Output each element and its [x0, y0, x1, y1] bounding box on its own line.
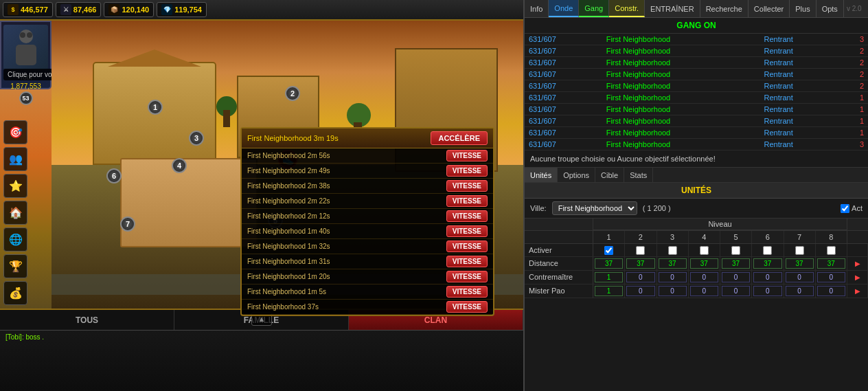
activer-cb-5[interactable] — [720, 244, 752, 256]
vitesse-button-9[interactable]: VITESSE — [446, 286, 488, 298]
gang-location: First Neighborhood — [602, 139, 760, 150]
units-subtab-options[interactable]: Options — [558, 168, 595, 182]
gang-id: 631/607 — [525, 104, 602, 115]
col-6: 6 — [752, 231, 784, 243]
nav-tab-collecter[interactable]: Collecter — [749, 0, 790, 17]
units-subtab-cible[interactable]: Cible — [595, 168, 624, 182]
nav-tab-gang[interactable]: Gang — [579, 0, 609, 17]
side-icon-7[interactable]: 💰 — [3, 281, 27, 305]
mp-6[interactable] — [752, 284, 784, 298]
dist-6[interactable] — [752, 257, 784, 270]
cm-1[interactable] — [593, 271, 625, 284]
col-8: 8 — [816, 231, 847, 243]
side-icon-3[interactable]: ⭐ — [3, 174, 27, 198]
mp-7[interactable] — [784, 284, 816, 298]
vitesse-button-5[interactable]: VITESSE — [446, 225, 488, 237]
chat-area: [Tobi]: boss . — [0, 331, 523, 391]
dist-1[interactable] — [593, 257, 625, 270]
nav-tab-onde[interactable]: Onde — [549, 0, 579, 17]
accelere-button[interactable]: ACCÉLÈRE — [431, 131, 488, 145]
gang-status: Rentrant — [760, 80, 841, 92]
units-subtab-unites[interactable]: Unités — [525, 168, 558, 182]
city-label: Ville: — [530, 204, 547, 212]
mp-5[interactable] — [720, 284, 752, 298]
mp-2[interactable] — [625, 284, 656, 298]
money-value: 446,577 — [21, 5, 48, 14]
movement-text-5: First Neighborhood 1m 40s — [247, 227, 446, 235]
side-icon-2[interactable]: 👥 — [3, 147, 27, 171]
mp-1[interactable] — [593, 284, 625, 298]
vitesse-button-1[interactable]: VITESSE — [446, 165, 488, 177]
cm-3[interactable] — [657, 271, 689, 284]
cm-6[interactable] — [752, 271, 784, 284]
activer-cb-7[interactable] — [784, 244, 816, 256]
nav-tab-opts[interactable]: Opts — [816, 0, 844, 17]
col-7: 7 — [784, 231, 816, 243]
mp-3[interactable] — [657, 284, 689, 298]
city-count: ( 1 200 ) — [643, 204, 671, 212]
gang-number: 2 — [841, 57, 869, 69]
gang-table-row: 631/607 First Neighborhood Rentrant 1 — [525, 127, 868, 139]
side-icon-5[interactable]: 🌐 — [3, 227, 27, 252]
gang-status: Rentrant — [760, 115, 841, 127]
niveau-label: Niveau — [593, 219, 847, 230]
col-2: 2 — [625, 231, 656, 243]
gang-id: 631/607 — [525, 57, 602, 69]
nav-tab-entrainer[interactable]: ENTRAÎNER — [645, 0, 700, 17]
side-icon-6[interactable]: 🏆 — [3, 254, 27, 278]
avatar — [3, 25, 48, 69]
cm-8[interactable] — [816, 271, 847, 284]
nav-tab-constr[interactable]: Constr. — [609, 0, 645, 17]
dist-7[interactable] — [784, 257, 816, 270]
vitesse-button-8[interactable]: VITESSE — [446, 271, 488, 282]
mp-8[interactable] — [816, 284, 847, 298]
col-3: 3 — [657, 231, 689, 243]
activer-cb-6[interactable] — [752, 244, 784, 256]
cm-2[interactable] — [625, 271, 656, 284]
grid-last-header — [847, 219, 868, 230]
distance-row: Distance ▶ — [525, 257, 868, 271]
vitesse-button-4[interactable]: VITESSE — [446, 210, 488, 222]
mp-4[interactable] — [689, 284, 720, 298]
gang-location: First Neighborhood — [602, 80, 760, 92]
units-subtab-stats[interactable]: Stats — [624, 168, 653, 182]
gang-id: 631/607 — [525, 45, 602, 57]
mp-extra: ▶ — [847, 284, 868, 298]
city-select[interactable]: First Neighborhood — [552, 201, 637, 215]
cm-4[interactable] — [689, 271, 720, 284]
activer-cb-3[interactable] — [657, 244, 689, 256]
active-label: Act — [852, 204, 863, 212]
activer-cb-1[interactable] — [593, 244, 625, 256]
movement-header-text: First Neighborhood 3m 19s — [247, 134, 339, 142]
gang-table-container[interactable]: 631/607 First Neighborhood Rentrant 3 63… — [525, 34, 868, 150]
tab-tous[interactable]: TOUS — [0, 310, 174, 330]
vitesse-button-6[interactable]: VITESSE — [446, 241, 488, 252]
activer-cb-8[interactable] — [816, 244, 847, 256]
nav-tab-recherche[interactable]: Recherche — [700, 0, 749, 17]
nav-tab-info[interactable]: Info — [525, 0, 549, 17]
right-panel: Info Onde Gang Constr. ENTRAÎNER Recherc… — [523, 0, 868, 391]
dist-8[interactable] — [816, 257, 847, 270]
dist-3[interactable] — [657, 257, 689, 270]
dist-5[interactable] — [720, 257, 752, 270]
gang-table-row: 631/607 First Neighborhood Rentrant 3 — [525, 139, 868, 150]
dist-2[interactable] — [625, 257, 656, 270]
gang-location: First Neighborhood — [602, 104, 760, 115]
activer-cb-2[interactable] — [625, 244, 656, 256]
vitesse-button-7[interactable]: VITESSE — [446, 256, 488, 267]
vitesse-button-3[interactable]: VITESSE — [446, 195, 488, 207]
active-checkbox-input[interactable] — [841, 204, 849, 213]
vitesse-button-10[interactable]: VITESSE — [446, 301, 488, 313]
nav-tab-plus[interactable]: Plus — [790, 0, 816, 17]
dist-4[interactable] — [689, 257, 720, 270]
gang-location: First Neighborhood — [602, 115, 760, 127]
cm-5[interactable] — [720, 271, 752, 284]
side-icon-1[interactable]: 🎯 — [3, 120, 27, 144]
vitesse-button-0[interactable]: VITESSE — [446, 150, 488, 161]
cm-7[interactable] — [784, 271, 816, 284]
movement-text-9: First Neighborhood 1m 5s — [247, 288, 446, 295]
vitesse-button-2[interactable]: VITESSE — [446, 180, 488, 192]
activer-cb-4[interactable] — [689, 244, 720, 256]
gang-table-row: 631/607 First Neighborhood Rentrant 2 — [525, 80, 868, 92]
side-icon-4[interactable]: 🏠 — [3, 201, 27, 225]
